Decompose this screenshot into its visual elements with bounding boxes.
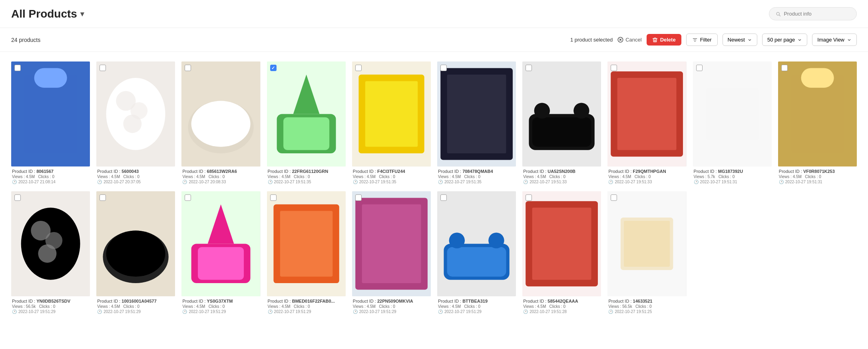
product-image-wrapper <box>693 61 772 167</box>
product-stats: Views : 4.5M Clicks : 0 <box>523 304 600 309</box>
product-checkbox[interactable] <box>611 194 617 201</box>
date-value: 2022-10-27 19:51:35 <box>274 180 311 184</box>
svg-rect-10 <box>34 68 67 87</box>
product-date: 🕐 2022-10-27 21:08:14 <box>12 180 89 184</box>
product-stats: Views : 56.5k Clicks : 0 <box>608 304 685 309</box>
product-info: Product ID : 22PN509OMKVIA Views : 4.5M … <box>352 296 431 315</box>
product-date: 🕐 2022-10-27 19:51:35 <box>438 180 515 184</box>
svg-rect-36 <box>617 78 677 150</box>
product-card: Product ID : BMED016F22FAB0... Views : 4… <box>264 188 349 318</box>
product-checkbox[interactable] <box>696 65 703 71</box>
product-id: Product ID : F29QMTHPGAN <box>608 169 685 174</box>
clock-icon: 🕐 <box>438 309 443 314</box>
product-image <box>96 61 175 167</box>
product-date: 🕐 2022-10-27 19:51:25 <box>608 309 685 314</box>
view-dropdown[interactable]: Image View <box>812 34 857 46</box>
product-info: Product ID : MG187392U Views : 5.7k Clic… <box>693 167 772 185</box>
toolbar-actions: 1 product selected Cancel Delete Filter … <box>570 34 857 46</box>
product-image-wrapper <box>607 191 686 296</box>
per-page-label: 50 per page <box>767 37 795 43</box>
product-id: Product ID : MG187392U <box>694 169 771 174</box>
date-value: 2022-10-27 20:08:33 <box>189 180 226 184</box>
header: All Products ▾ <box>0 0 868 28</box>
product-stats: Views : 4.5M Clicks : 0 <box>353 304 430 309</box>
product-stats: Views : 4.5M Clicks : 0 <box>438 174 515 179</box>
clock-icon: 🕐 <box>182 309 187 314</box>
product-card: Product ID : F29QMTHPGAN Views : 4.5M Cl… <box>604 58 689 188</box>
svg-point-32 <box>534 103 550 119</box>
product-checkbox[interactable] <box>100 65 106 71</box>
product-info: Product ID : BTTBEA319 Views : 4.5M Clic… <box>437 296 516 315</box>
product-date: 🕐 2022-10-27 19:51:29 <box>268 309 345 314</box>
product-image-wrapper <box>522 61 601 167</box>
product-image-wrapper <box>267 61 346 167</box>
product-date: 🕐 2022-10-27 19:51:35 <box>353 180 430 184</box>
product-id: Product ID : VF0R8071K253 <box>779 169 856 174</box>
search-box[interactable] <box>769 7 857 20</box>
product-image <box>11 61 90 167</box>
product-checkbox[interactable] <box>185 194 191 201</box>
clock-icon: 🕐 <box>268 180 273 184</box>
svg-rect-71 <box>624 221 670 267</box>
product-image <box>11 191 90 296</box>
sort-dropdown[interactable]: Newest <box>723 34 757 46</box>
product-info: Product ID : YS0G37XTM Views : 4.5M Clic… <box>181 296 260 315</box>
svg-point-15 <box>123 115 142 133</box>
product-image-wrapper <box>437 61 516 167</box>
date-value: 2022-10-27 19:51:31 <box>700 180 737 184</box>
delete-button[interactable]: Delete <box>647 34 681 46</box>
product-date: 🕐 2022-10-27 20:37:05 <box>97 180 174 184</box>
filter-button[interactable]: Filter <box>686 34 718 46</box>
product-image <box>437 191 516 296</box>
svg-point-65 <box>488 232 504 248</box>
product-image-wrapper <box>181 61 260 167</box>
sort-chevron-icon <box>747 38 752 42</box>
product-info: Product ID : 14633521 Views : 56.5k Clic… <box>607 296 686 315</box>
clock-icon: 🕐 <box>97 180 102 184</box>
product-image-wrapper <box>607 61 686 167</box>
product-info: Product ID : 22FRG61120GRN Views : 4.5M … <box>267 167 346 185</box>
product-checkbox[interactable] <box>100 194 106 201</box>
cancel-label: Cancel <box>625 37 641 43</box>
product-checkbox[interactable] <box>526 65 532 71</box>
date-value: 2022-10-27 19:51:33 <box>615 180 652 184</box>
date-value: 2022-10-27 19:51:35 <box>359 180 396 184</box>
product-checkbox[interactable] <box>526 194 532 201</box>
product-checkbox[interactable] <box>14 65 21 71</box>
product-image <box>352 61 431 167</box>
title-chevron-icon[interactable]: ▾ <box>80 10 84 18</box>
cancel-button[interactable]: Cancel <box>617 37 641 43</box>
product-image-wrapper <box>11 61 90 167</box>
svg-rect-63 <box>447 247 506 277</box>
date-value: 2022-10-27 19:51:29 <box>104 309 141 314</box>
clock-icon: 🕐 <box>353 180 358 184</box>
product-checkbox[interactable] <box>355 194 362 201</box>
product-info: Product ID : UA52SN200B Views : 4.5M Cli… <box>522 167 601 185</box>
clock-icon: 🕐 <box>97 309 102 314</box>
product-checkbox[interactable] <box>270 65 277 71</box>
clock-icon: 🕐 <box>694 180 699 184</box>
product-card: Product ID : YN0DB526TSDV Views : 56.5k … <box>8 188 93 318</box>
product-checkbox[interactable] <box>440 65 447 71</box>
per-page-dropdown[interactable]: 50 per page <box>762 34 807 46</box>
product-id: Product ID : 685613W2RA6 <box>182 169 259 174</box>
product-stats: Views : 4.5M Clicks : 0 <box>438 304 515 309</box>
product-stats: Views : 4.5M Clicks : 0 <box>182 174 259 179</box>
product-checkbox[interactable] <box>440 194 447 201</box>
product-checkbox[interactable] <box>781 65 788 71</box>
product-checkbox[interactable] <box>270 194 277 201</box>
product-image <box>96 191 175 296</box>
product-image-wrapper <box>352 61 431 167</box>
product-checkbox[interactable] <box>185 65 191 71</box>
product-card: Product ID : YS0G37XTM Views : 4.5M Clic… <box>178 188 263 318</box>
product-id: Product ID : 22FRG61120GRN <box>268 169 345 174</box>
products-grid: Product ID : 8061567 Views : 4.5M Clicks… <box>0 52 868 324</box>
search-input[interactable] <box>784 11 850 17</box>
product-date: 🕐 2022-10-27 20:08:33 <box>182 180 259 184</box>
svg-line-1 <box>779 15 780 16</box>
clock-icon: 🕐 <box>353 309 358 314</box>
product-checkbox[interactable] <box>611 65 617 71</box>
product-date: 🕐 2022-10-27 19:51:31 <box>694 180 771 184</box>
product-checkbox[interactable] <box>14 194 21 201</box>
product-checkbox[interactable] <box>355 65 362 71</box>
